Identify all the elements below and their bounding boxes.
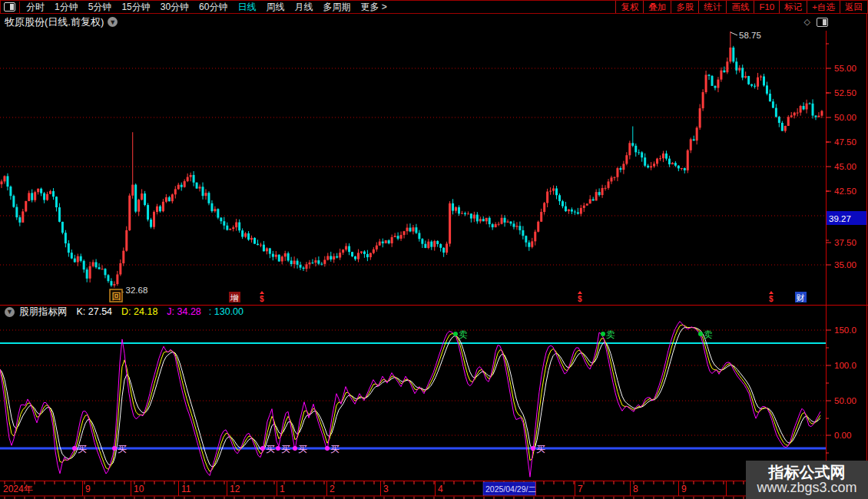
candle-body [806, 104, 808, 110]
callback-icon-glyph: 回 [112, 291, 121, 302]
candle-body [360, 252, 363, 253]
candle-body [540, 212, 542, 222]
candle-body [769, 94, 771, 101]
candle-body [696, 127, 698, 140]
indicator-axis-label: 50.00 [834, 396, 856, 405]
candle-body [65, 233, 67, 243]
period-tab-3[interactable]: 5分钟 [88, 1, 112, 14]
buy-signal-label: 买 [118, 444, 127, 454]
candle-body [518, 226, 521, 230]
period-tab-10[interactable]: 多周期 [323, 1, 350, 14]
indicator-d-value: D: 24.18 [121, 306, 157, 317]
candle-body [775, 108, 777, 117]
period-tab-1[interactable]: 分时 [26, 1, 45, 14]
action-button-9[interactable]: 返回 [840, 1, 867, 13]
indicator-axis: 150.0100.050.000.00 [826, 326, 856, 453]
candle-body [31, 193, 33, 200]
candle-body [144, 193, 146, 205]
candle-body [744, 76, 747, 78]
candle-body [580, 208, 582, 214]
action-button-7[interactable]: 标记 [779, 1, 807, 13]
candle-body [549, 191, 552, 192]
buy-signal-label: 买 [78, 444, 87, 454]
candle-body [281, 256, 283, 261]
candle-body [772, 101, 774, 107]
action-button-3[interactable]: 多股 [671, 1, 698, 13]
candle-body [515, 226, 518, 226]
cai-badge-text: 财 [797, 293, 805, 302]
period-tab-9[interactable]: 月线 [294, 1, 313, 14]
kdj-indicator-pane[interactable]: 买买买买买买买卖卖卖 [0, 322, 826, 478]
candle-body [278, 255, 280, 262]
candle-body [156, 207, 158, 212]
candle-body [608, 181, 610, 187]
dollar-marker[interactable]: $ [260, 295, 264, 303]
period-tab-7[interactable]: 日线 [237, 1, 256, 14]
candle-body [424, 244, 426, 248]
action-button-1[interactable]: 复权 [615, 1, 643, 13]
candle-body [308, 263, 310, 264]
window-layout-icon[interactable] [4, 2, 15, 12]
dollar-marker[interactable]: $ [578, 295, 582, 303]
candle-body [650, 167, 652, 168]
candle-body [708, 74, 711, 75]
date-axis[interactable]: 2024年910111212347892025/04/29/二 [3, 481, 823, 499]
candle-body [43, 193, 45, 200]
candle-body [363, 252, 366, 254]
candle-body [287, 253, 290, 261]
candle-body [668, 159, 671, 164]
candle-body [814, 116, 817, 117]
candle-body [61, 222, 64, 233]
candle-body [260, 245, 262, 246]
candle-body [181, 185, 183, 187]
candlesticks[interactable] [1, 31, 823, 288]
period-tab-5[interactable]: 30分钟 [161, 1, 189, 14]
action-button-5[interactable]: 画线 [726, 1, 754, 13]
action-button-2[interactable]: 叠加 [643, 1, 671, 13]
candle-body [345, 246, 347, 250]
candle-body [653, 164, 655, 166]
candle-body [605, 188, 607, 189]
chart-canvas[interactable]: 58.75←32.68回增$$$财买买买买买买买卖卖卖55.0052.5050.… [0, 0, 868, 499]
panel-toggle-icon[interactable] [817, 18, 828, 27]
diamond-icon[interactable]: ◇ [804, 17, 810, 27]
candle-body [467, 213, 469, 214]
candle-body [504, 218, 506, 223]
candle-body [562, 201, 564, 207]
candle-body [25, 201, 27, 211]
collapse-chevron-icon[interactable]: ▼ [5, 307, 15, 317]
candle-body [681, 168, 683, 169]
candle-body [619, 168, 621, 170]
period-tab-2[interactable]: 1分钟 [55, 1, 78, 14]
period-tab-11[interactable]: 更多 > [360, 1, 386, 14]
candle-body [104, 269, 106, 275]
candle-body [555, 188, 558, 195]
candle-body [46, 194, 48, 200]
action-button-4[interactable]: 统计 [698, 1, 726, 13]
candle-body [631, 143, 634, 146]
candle-body [153, 212, 155, 227]
action-button-8[interactable]: +自选 [807, 1, 840, 13]
period-tab-8[interactable]: 周线 [266, 1, 284, 14]
candle-body [257, 244, 259, 245]
candle-body [342, 250, 344, 253]
action-button-6[interactable]: F10 [754, 1, 779, 13]
dollar-marker[interactable]: $ [769, 295, 774, 303]
candle-body [800, 106, 802, 113]
date-axis-label: 1 [280, 484, 285, 494]
candle-body [763, 77, 765, 86]
buy-signal-dot [260, 446, 265, 451]
candle-body [147, 205, 149, 220]
period-tab-6[interactable]: 60分钟 [199, 1, 227, 14]
chevron-down-icon[interactable]: ▼ [108, 17, 118, 27]
indicator-header: ▼ 股朋指标网 K: 27.54 D: 24.18 J: 34.28 : 130… [0, 306, 244, 317]
candle-body [74, 259, 76, 263]
period-tab-4[interactable]: 15分钟 [121, 1, 150, 14]
candle-body [461, 213, 463, 214]
candle-body [537, 222, 539, 232]
candle-body [52, 191, 55, 197]
indicator-j-value: J: 34.28 [167, 306, 200, 317]
candle-body [644, 157, 646, 166]
candle-body [354, 256, 356, 259]
candle-body [409, 228, 411, 232]
